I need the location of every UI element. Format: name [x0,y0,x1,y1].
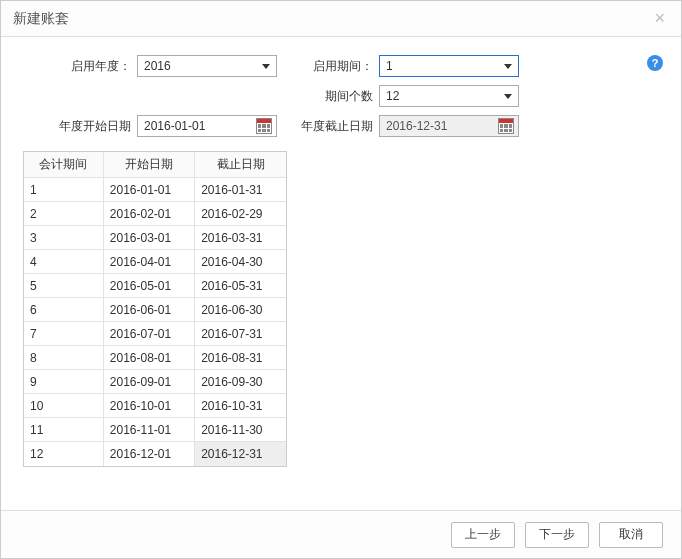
cell-period: 1 [24,178,103,202]
year-start-date-value: 2016-01-01 [144,119,256,133]
table-row[interactable]: 82016-08-012016-08-31 [24,346,286,370]
periods-table: 会计期间 开始日期 截止日期 12016-01-012016-01-312201… [24,152,286,466]
year-select-value: 2016 [144,59,262,73]
period-label: 启用期间： [283,58,373,75]
cell-end: 2016-11-30 [195,418,286,442]
period-count-select-value: 12 [386,89,504,103]
cell-start: 2016-02-01 [103,202,194,226]
cell-start: 2016-05-01 [103,274,194,298]
cell-start: 2016-11-01 [103,418,194,442]
year-end-date: 2016-12-31 [379,115,519,137]
year-label: 启用年度： [31,58,131,75]
cell-end: 2016-01-31 [195,178,286,202]
close-icon[interactable]: × [650,8,669,29]
cell-period: 2 [24,202,103,226]
cell-period: 7 [24,322,103,346]
chevron-down-icon [504,94,512,99]
cell-start: 2016-06-01 [103,298,194,322]
table-row[interactable]: 92016-09-012016-09-30 [24,370,286,394]
table-row[interactable]: 62016-06-012016-06-30 [24,298,286,322]
year-end-date-value: 2016-12-31 [386,119,498,133]
chevron-down-icon [262,64,270,69]
th-end: 截止日期 [195,152,286,178]
dialog-title: 新建账套 [13,10,650,28]
cell-end: 2016-12-31 [195,442,286,466]
cell-period: 10 [24,394,103,418]
cell-period: 11 [24,418,103,442]
year-start-label: 年度开始日期 [31,118,131,135]
cell-start: 2016-09-01 [103,370,194,394]
period-select-value: 1 [386,59,504,73]
table-row[interactable]: 102016-10-012016-10-31 [24,394,286,418]
cell-end: 2016-09-30 [195,370,286,394]
cell-period: 3 [24,226,103,250]
year-start-date[interactable]: 2016-01-01 [137,115,277,137]
table-row[interactable]: 122016-12-012016-12-31 [24,442,286,466]
cell-period: 12 [24,442,103,466]
table-row[interactable]: 52016-05-012016-05-31 [24,274,286,298]
calendar-icon [256,118,272,134]
cell-start: 2016-01-01 [103,178,194,202]
next-button[interactable]: 下一步 [525,522,589,548]
chevron-down-icon [504,64,512,69]
cancel-button[interactable]: 取消 [599,522,663,548]
dialog: 新建账套 × ? 启用年度： 2016 启用期间： 1 期间个数 12 [0,0,682,559]
dialog-footer: 上一步 下一步 取消 [1,510,681,558]
cell-start: 2016-07-01 [103,322,194,346]
periods-table-wrap: 会计期间 开始日期 截止日期 12016-01-012016-01-312201… [23,151,287,467]
th-period: 会计期间 [24,152,103,178]
th-start: 开始日期 [103,152,194,178]
cell-start: 2016-12-01 [103,442,194,466]
cell-end: 2016-03-31 [195,226,286,250]
cell-start: 2016-08-01 [103,346,194,370]
cell-end: 2016-05-31 [195,274,286,298]
table-row[interactable]: 22016-02-012016-02-29 [24,202,286,226]
cell-start: 2016-04-01 [103,250,194,274]
table-row[interactable]: 32016-03-012016-03-31 [24,226,286,250]
cell-period: 4 [24,250,103,274]
cell-period: 9 [24,370,103,394]
period-select[interactable]: 1 [379,55,519,77]
table-row[interactable]: 72016-07-012016-07-31 [24,322,286,346]
year-select[interactable]: 2016 [137,55,277,77]
cell-period: 6 [24,298,103,322]
prev-button[interactable]: 上一步 [451,522,515,548]
form-grid: 启用年度： 2016 启用期间： 1 期间个数 12 年度开始日期 2016-0… [31,55,659,137]
period-count-label: 期间个数 [283,88,373,105]
cell-start: 2016-10-01 [103,394,194,418]
cell-start: 2016-03-01 [103,226,194,250]
dialog-body: ? 启用年度： 2016 启用期间： 1 期间个数 12 年度开始日期 [1,37,681,510]
cell-end: 2016-06-30 [195,298,286,322]
cell-end: 2016-07-31 [195,322,286,346]
titlebar: 新建账套 × [1,1,681,37]
cell-end: 2016-02-29 [195,202,286,226]
help-icon[interactable]: ? [647,55,663,71]
cell-period: 5 [24,274,103,298]
cell-end: 2016-04-30 [195,250,286,274]
cell-end: 2016-10-31 [195,394,286,418]
table-row[interactable]: 12016-01-012016-01-31 [24,178,286,202]
year-end-label: 年度截止日期 [283,118,373,135]
table-row[interactable]: 112016-11-012016-11-30 [24,418,286,442]
table-row[interactable]: 42016-04-012016-04-30 [24,250,286,274]
period-count-select[interactable]: 12 [379,85,519,107]
calendar-icon [498,118,514,134]
cell-end: 2016-08-31 [195,346,286,370]
cell-period: 8 [24,346,103,370]
